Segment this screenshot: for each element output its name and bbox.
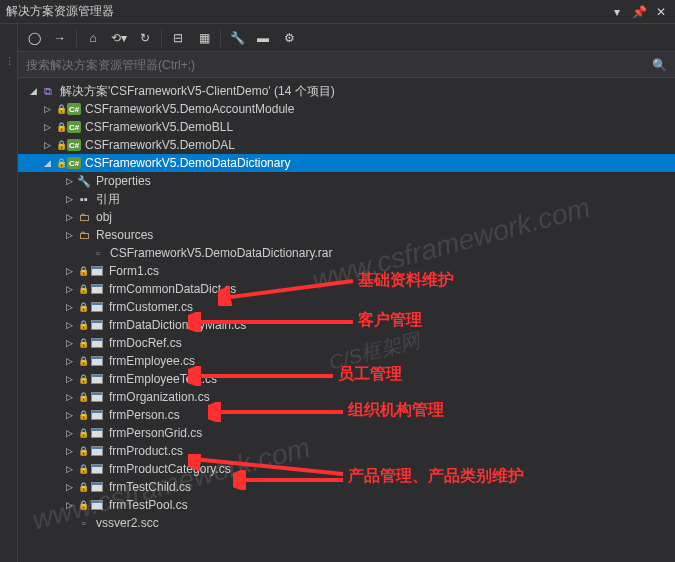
properties-button[interactable]: 🔧 [225,26,249,50]
file-label: frmProduct.cs [109,444,183,458]
file-label: Form1.cs [109,264,159,278]
forward-button[interactable]: → [48,26,72,50]
file-node[interactable]: ▫ CSFrameworkV5.DemoDataDictionary.rar [18,244,675,262]
expander-icon[interactable]: ▷ [62,264,76,278]
show-all-button[interactable]: ▦ [192,26,216,50]
item-label: 引用 [96,191,120,208]
form-icon [89,353,105,369]
wrench-icon: 🔧 [76,173,92,189]
expander-icon[interactable]: ▷ [62,174,76,188]
file-node[interactable]: ▷🔒frmProductCategory.cs [18,460,675,478]
file-node[interactable]: ▷🔒frmCommonDataDict.cs [18,280,675,298]
back-button[interactable]: ◯ [22,26,46,50]
search-input[interactable] [26,58,652,72]
project-node[interactable]: ▷ 🔒 C# CSFrameworkV5.DemoBLL [18,118,675,136]
expander-icon[interactable]: ▷ [62,408,76,422]
file-node[interactable]: ▷🔒frmProduct.cs [18,442,675,460]
expander-icon[interactable]: ▷ [62,228,76,242]
expander-icon[interactable]: ▷ [40,102,54,116]
file-label: frmTestPool.cs [109,498,188,512]
file-node[interactable]: ▷🔒frmCustomer.cs [18,298,675,316]
lock-icon: 🔒 [78,464,89,474]
pin-icon[interactable]: 📌 [631,4,647,20]
lock-icon: 🔒 [78,302,89,312]
file-node[interactable]: ▷🔒frmTestChild.cs [18,478,675,496]
form-icon [89,371,105,387]
project-label: CSFrameworkV5.DemoBLL [85,120,233,134]
refresh-button[interactable]: ↻ [133,26,157,50]
expander-icon[interactable] [62,516,76,530]
side-tab[interactable]: … [0,24,18,94]
file-node[interactable]: ▷🔒frmEmployeeTest.cs [18,370,675,388]
solution-tree: ◢ ⧉ 解决方案'CSFrameworkV5-ClientDemo' (14 个… [18,78,675,562]
expander-icon[interactable]: ▷ [62,192,76,206]
project-node[interactable]: ▷ 🔒 C# CSFrameworkV5.DemoAccountModule [18,100,675,118]
expander-icon[interactable]: ◢ [40,156,54,170]
form-icon [89,299,105,315]
expander-icon[interactable]: ◢ [26,84,40,98]
expander-icon[interactable]: ▷ [62,426,76,440]
view-button[interactable]: ⚙ [277,26,301,50]
expander-icon[interactable]: ▷ [62,354,76,368]
home-button[interactable]: ⌂ [81,26,105,50]
dropdown-icon[interactable]: ▾ [609,4,625,20]
expander-icon[interactable]: ▷ [40,138,54,152]
file-label: vssver2.scc [96,516,159,530]
project-label: CSFrameworkV5.DemoAccountModule [85,102,294,116]
properties-node[interactable]: ▷ 🔧 Properties [18,172,675,190]
solution-label: 解决方案'CSFrameworkV5-ClientDemo' (14 个项目) [60,83,335,100]
search-bar: 🔍 [18,52,675,78]
project-label: CSFrameworkV5.DemoDAL [85,138,235,152]
expander-icon[interactable]: ▷ [62,318,76,332]
expander-icon[interactable]: ▷ [62,282,76,296]
lock-icon: 🔒 [78,392,89,402]
search-icon[interactable]: 🔍 [652,58,667,72]
file-label: frmCustomer.cs [109,300,193,314]
file-label: frmProductCategory.cs [109,462,231,476]
project-node-selected[interactable]: ◢ 🔒 C# CSFrameworkV5.DemoDataDictionary [18,154,675,172]
file-node[interactable]: ▷🔒frmDataDictionaryMain.cs [18,316,675,334]
lock-icon: 🔒 [56,122,67,132]
form-icon [89,281,105,297]
file-label: frmTestChild.cs [109,480,191,494]
folder-node[interactable]: ▷ 🗀 Resources [18,226,675,244]
project-node[interactable]: ▷ 🔒 C# CSFrameworkV5.DemoDAL [18,136,675,154]
lock-icon: 🔒 [78,320,89,330]
close-icon[interactable]: ✕ [653,4,669,20]
collapse-button[interactable]: ⊟ [166,26,190,50]
expander-icon[interactable]: ▷ [62,444,76,458]
sync-button[interactable]: ⟲▾ [107,26,131,50]
file-label: frmPerson.cs [109,408,180,422]
file-node[interactable]: ▷🔒frmEmployee.cs [18,352,675,370]
expander-icon[interactable]: ▷ [62,300,76,314]
references-node[interactable]: ▷ ▪▪ 引用 [18,190,675,208]
form-icon [89,443,105,459]
expander-icon[interactable]: ▷ [40,120,54,134]
csproj-icon: C# [67,139,81,151]
expander-icon[interactable]: ▷ [62,372,76,386]
file-node[interactable]: ▫vssver2.scc [18,514,675,532]
lock-icon: 🔒 [78,446,89,456]
file-node[interactable]: ▷🔒frmPerson.cs [18,406,675,424]
file-label: frmEmployee.cs [109,354,195,368]
file-label: frmPersonGrid.cs [109,426,202,440]
expander-icon[interactable]: ▷ [62,210,76,224]
folder-node[interactable]: ▷ 🗀 obj [18,208,675,226]
preview-button[interactable]: ▬ [251,26,275,50]
file-node[interactable]: ▷🔒frmTestPool.cs [18,496,675,514]
solution-icon: ⧉ [40,83,56,99]
file-node[interactable]: ▷🔒frmDocRef.cs [18,334,675,352]
expander-icon[interactable]: ▷ [62,462,76,476]
expander-icon[interactable]: ▷ [62,390,76,404]
lock-icon: 🔒 [78,374,89,384]
lock-icon: 🔒 [56,140,67,150]
expander-icon[interactable]: ▷ [62,336,76,350]
file-node[interactable]: ▷🔒Form1.cs [18,262,675,280]
expander-icon[interactable]: ▷ [62,480,76,494]
file-node[interactable]: ▷🔒frmPersonGrid.cs [18,424,675,442]
expander-icon[interactable]: ▷ [62,498,76,512]
form-icon [89,335,105,351]
solution-node[interactable]: ◢ ⧉ 解决方案'CSFrameworkV5-ClientDemo' (14 个… [18,82,675,100]
file-node[interactable]: ▷🔒frmOrganization.cs [18,388,675,406]
rar-icon: ▫ [90,245,106,261]
